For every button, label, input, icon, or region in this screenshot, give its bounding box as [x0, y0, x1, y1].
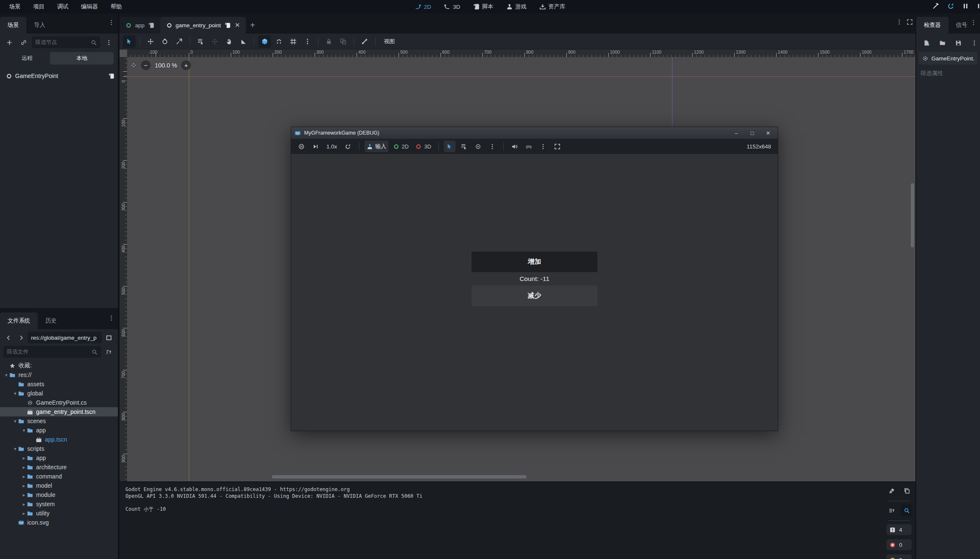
- tree-item-scenes[interactable]: ▾scenes: [0, 416, 118, 426]
- decrease-button[interactable]: 减少: [472, 286, 597, 306]
- zoom-in-button[interactable]: +: [181, 60, 191, 70]
- center-view-icon[interactable]: [130, 62, 137, 68]
- expand-arrow-icon[interactable]: ▾: [12, 446, 18, 452]
- menu-item-项目[interactable]: 项目: [28, 1, 50, 12]
- expand-arrow-icon[interactable]: ▾: [21, 428, 27, 433]
- maximize-button[interactable]: □: [746, 130, 758, 136]
- tree-item-app[interactable]: ▸app: [0, 453, 118, 463]
- view-menu-button[interactable]: 视图: [380, 38, 399, 45]
- tree-item-app[interactable]: ▾app: [0, 426, 118, 435]
- stop-button[interactable]: [977, 3, 979, 11]
- expand-arrow-icon[interactable]: ▾: [12, 391, 18, 396]
- select-cursor-button[interactable]: [444, 140, 456, 152]
- increase-button[interactable]: 增加: [472, 252, 597, 272]
- tree-item-game_entry_point.tscn[interactable]: game_entry_point.tscn: [0, 407, 118, 416]
- expand-arrow-icon[interactable]: ▸: [21, 474, 27, 479]
- menu-item-帮助[interactable]: 帮助: [106, 1, 127, 12]
- zoom-out-button[interactable]: −: [141, 60, 151, 70]
- tab-导入[interactable]: 导入: [26, 17, 53, 34]
- current-path-field[interactable]: res://global/game_entry_p: [28, 332, 102, 343]
- expand-arrow-icon[interactable]: ▾: [12, 419, 18, 424]
- context-资产库[interactable]: 资产库: [539, 3, 566, 10]
- tree-item-system[interactable]: ▸system: [0, 499, 118, 509]
- skeleton-bone-button[interactable]: [358, 35, 371, 48]
- collapse-tree-button[interactable]: [886, 504, 897, 516]
- warning-count-badge[interactable]: 0: [886, 554, 912, 559]
- dots-button[interactable]: [537, 140, 549, 152]
- filter-properties-input[interactable]: 筛选属性: [916, 66, 980, 81]
- message-count-badge[interactable]: 4: [886, 524, 912, 535]
- tree-item-assets[interactable]: assets: [0, 380, 118, 389]
- error-count-badge[interactable]: 0: [886, 539, 912, 550]
- tree-item-scripts[interactable]: ▾scripts: [0, 444, 118, 453]
- history-back-button[interactable]: [3, 332, 14, 343]
- tab-历史[interactable]: 历史: [38, 312, 64, 329]
- select-cursor-button[interactable]: [123, 35, 136, 48]
- filter-nodes-input[interactable]: 筛选节点: [32, 36, 100, 48]
- context-2D[interactable]: 2D: [414, 3, 431, 10]
- snap-target-button[interactable]: [273, 35, 285, 48]
- attached-script-icon[interactable]: [108, 73, 115, 79]
- tree-item-module[interactable]: ▸module: [0, 490, 118, 499]
- expand-arrow-icon[interactable]: ▸: [21, 511, 27, 516]
- scene-tree-node-gameentrypoint[interactable]: GameEntryPoint: [0, 70, 118, 82]
- add-node-button[interactable]: [3, 36, 15, 48]
- search-button[interactable]: [901, 504, 912, 516]
- remote-button[interactable]: 远程: [4, 52, 50, 65]
- vertical-scrollbar[interactable]: [911, 183, 914, 247]
- measure-button[interactable]: [237, 35, 250, 48]
- scene-tab-game_entry_point[interactable]: game_entry_point✕: [160, 17, 246, 34]
- history-forward-button[interactable]: [15, 332, 27, 343]
- tree-item-GameEntryPoint.cs[interactable]: GameEntryPoint.cs: [0, 398, 118, 407]
- inspector-resource-row[interactable]: GameEntryPoint.: [919, 52, 977, 65]
- split-view-button[interactable]: [103, 332, 115, 343]
- dots-button[interactable]: [968, 37, 980, 49]
- context-3D[interactable]: 3D: [444, 3, 460, 10]
- speed-label[interactable]: 1.0x: [324, 143, 340, 150]
- tree-item-app.tscn[interactable]: app.tscn: [0, 435, 118, 444]
- ring-2d-button[interactable]: 2D: [391, 140, 411, 152]
- filter-files-input[interactable]: 筛选文件: [3, 346, 101, 358]
- local-button[interactable]: 本地: [50, 52, 114, 65]
- 2d-viewport[interactable]: − 100.0 % + MyGFrameworkGame (DEBUG) – □…: [127, 57, 915, 481]
- dock-menu-dots-icon[interactable]: [108, 315, 115, 322]
- sort-files-button[interactable]: [103, 346, 115, 358]
- context-游戏[interactable]: 游戏: [506, 3, 526, 10]
- dots-button[interactable]: [487, 140, 498, 152]
- controller-button[interactable]: [523, 140, 535, 152]
- grid-snap-button[interactable]: [287, 35, 300, 48]
- tree-item-res://[interactable]: ▾res://: [0, 370, 118, 380]
- context-脚本[interactable]: 脚本: [473, 3, 493, 10]
- horizontal-scrollbar[interactable]: [272, 475, 526, 478]
- expand-arrow-icon[interactable]: ▸: [21, 502, 27, 507]
- fullscreen-button[interactable]: [552, 140, 563, 152]
- expand-arrow-icon[interactable]: ▸: [21, 465, 27, 470]
- tab-文件系统[interactable]: 文件系统: [0, 312, 38, 329]
- lock-button[interactable]: [323, 35, 335, 48]
- select-position-button[interactable]: [209, 35, 221, 48]
- menu-item-场景[interactable]: 场景: [4, 1, 26, 12]
- dock-menu-dots-icon[interactable]: [108, 19, 115, 27]
- expand-arrow-icon[interactable]: ▸: [21, 455, 27, 461]
- file-plus-button[interactable]: [920, 37, 932, 49]
- next-frame-button[interactable]: [310, 140, 321, 152]
- smart-snap-button[interactable]: [258, 35, 271, 48]
- pause-button[interactable]: [962, 3, 969, 11]
- expand-arrow-icon[interactable]: ▸: [21, 483, 27, 489]
- scale-button[interactable]: [173, 35, 185, 48]
- menu-item-编辑器[interactable]: 编辑器: [76, 1, 103, 12]
- folder-open-button[interactable]: [936, 37, 948, 49]
- speaker-button[interactable]: [509, 140, 521, 152]
- new-scene-tab-button[interactable]: +: [246, 21, 261, 34]
- tree-item-icon.svg[interactable]: icon.svg: [0, 518, 118, 527]
- tree-item-global[interactable]: ▾global: [0, 389, 118, 398]
- expand-arrow-icon[interactable]: ▸: [21, 492, 27, 498]
- tab-检查器[interactable]: 检查器: [916, 17, 949, 34]
- game-window-titlebar[interactable]: MyGFrameworkGame (DEBUG) – □ ✕: [291, 127, 778, 139]
- zoom-level[interactable]: 100.0 %: [155, 62, 177, 69]
- save-button[interactable]: [952, 37, 964, 49]
- scene-tree-menu-button[interactable]: [103, 36, 115, 48]
- snap-options-dots-button[interactable]: [301, 35, 314, 48]
- tree-item-model[interactable]: ▸model: [0, 481, 118, 490]
- tree-item-收藏:[interactable]: 收藏:: [0, 361, 118, 370]
